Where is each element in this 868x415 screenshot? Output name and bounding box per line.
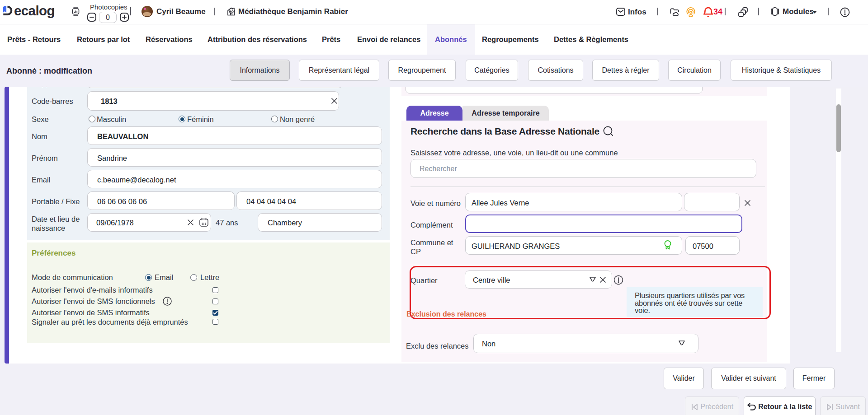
svg-text:ecalog: ecalog [14, 3, 55, 18]
